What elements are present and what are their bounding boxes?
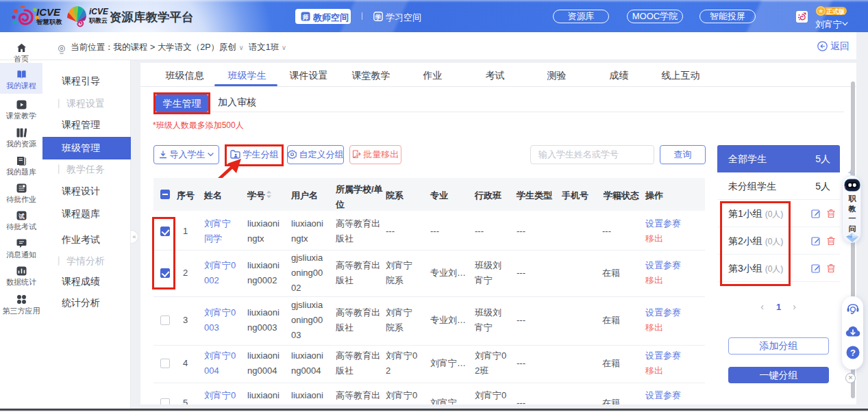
- svg-text:?: ?: [850, 348, 856, 358]
- svg-text:学: 学: [375, 14, 382, 21]
- svg-text:师: 师: [302, 14, 309, 21]
- svg-text:试: 试: [18, 213, 25, 220]
